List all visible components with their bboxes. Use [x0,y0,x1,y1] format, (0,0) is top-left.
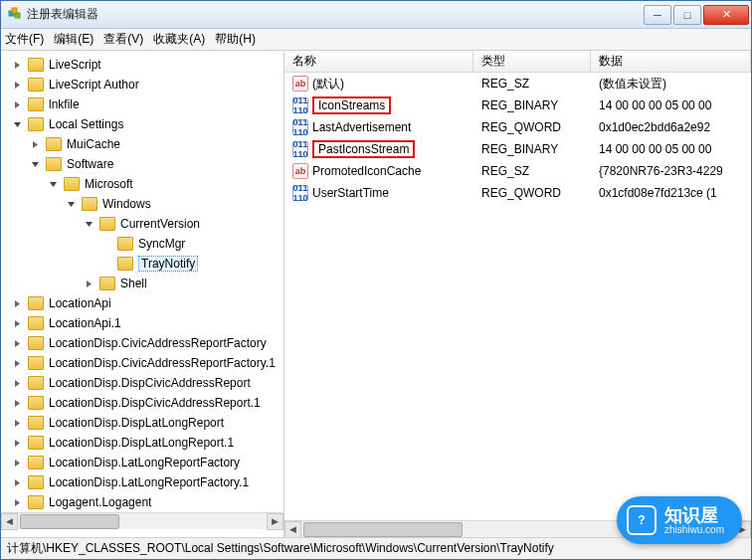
tree-node-label: LocationDisp.DispCivicAddressReport [49,376,251,390]
binary-value-icon: 011110 [292,97,308,113]
list-pane: 名称 类型 数据 ab(默认) REG_SZ (数值未设置) 011110Ico… [284,51,751,537]
tree-node[interactable]: LocationDisp.LatLongReportFactory.1 [7,472,283,492]
folder-icon [28,336,44,350]
watermark-url: zhishiwu.com [664,524,724,535]
menu-edit[interactable]: 编辑(E) [54,31,94,48]
value-row[interactable]: 011110PastIconsStream REG_BINARY 14 00 0… [284,138,751,160]
tree-node[interactable]: LocationDisp.LatLongReportFactory [7,453,283,472]
folder-icon [28,296,44,310]
tree-node[interactable]: LocationDisp.DispLatLongReport.1 [7,433,283,453]
menu-help[interactable]: 帮助(H) [215,31,256,48]
binary-value-icon: 011110 [292,119,308,135]
tree-node[interactable]: LocationDisp.DispCivicAddressReport [7,373,283,393]
value-row[interactable]: 011110IconStreams REG_BINARY 14 00 00 00… [284,94,751,116]
chevron-down-icon[interactable] [29,158,41,170]
tree-node-label: LiveScript Author [49,78,139,92]
tree-node[interactable]: LocationDisp.CivicAddressReportFactory [7,333,283,353]
value-type: REG_BINARY [473,98,591,112]
tree-node[interactable]: TrayNotify [7,254,283,274]
chevron-right-icon[interactable] [11,317,23,329]
tree-node-label: TrayNotify [138,256,198,272]
binary-value-icon: 011110 [292,141,308,157]
tree-node-label: LocationApi.1 [49,316,121,330]
tree-node[interactable]: Shell [7,274,283,293]
tree-node-label: SyncMgr [138,237,185,251]
tree-h-scrollbar[interactable]: ◀ ▶ [1,512,283,529]
scroll-thumb[interactable] [20,514,119,529]
chevron-right-icon[interactable] [83,278,94,289]
chevron-right-icon[interactable] [11,297,23,309]
tree-node[interactable]: LocationDisp.CivicAddressReportFactory.1 [7,353,283,373]
tree-node[interactable]: LocationApi.1 [7,313,283,333]
scroll-thumb[interactable] [303,522,463,537]
list-header: 名称 类型 数据 [284,51,751,73]
watermark-name: 知识屋 [664,506,724,524]
tree-node[interactable]: lnkfile [7,94,283,114]
tree-node[interactable]: LiveScript Author [7,75,283,94]
value-type: REG_QWORD [473,120,591,134]
expand-placeholder [100,238,112,250]
value-row[interactable]: ab(默认) REG_SZ (数值未设置) [284,73,751,94]
tree-node[interactable]: Microsoft [7,174,283,194]
chevron-down-icon[interactable] [47,178,59,190]
chevron-right-icon[interactable] [11,337,23,349]
folder-icon [82,197,97,211]
tree-node[interactable]: LiveScript [7,55,283,75]
tree-node[interactable]: MuiCache [7,134,283,154]
col-header-data[interactable]: 数据 [591,51,751,72]
folder-icon [117,237,133,251]
chevron-right-icon[interactable] [29,138,41,150]
value-list[interactable]: ab(默认) REG_SZ (数值未设置) 011110IconStreams … [284,73,751,520]
minimize-button[interactable]: ─ [644,5,671,25]
app-icon [7,7,23,23]
chevron-right-icon[interactable] [11,357,23,369]
tree-node[interactable]: Windows [7,194,283,214]
tree-node[interactable]: Logagent.Logagent [7,492,283,512]
chevron-right-icon[interactable] [11,496,23,508]
chevron-right-icon[interactable] [11,397,23,409]
tree-node-label: CurrentVersion [120,217,200,231]
tree-pane[interactable]: LiveScript LiveScript Author lnkfile Loc… [1,51,284,537]
chevron-right-icon[interactable] [11,476,23,488]
titlebar[interactable]: 注册表编辑器 ─ □ ✕ [1,1,751,29]
value-row[interactable]: abPromotedIconCache REG_SZ {7820NR76-23R… [284,160,751,182]
chevron-down-icon[interactable] [65,198,77,210]
chevron-down-icon[interactable] [11,118,23,130]
scroll-left-button[interactable]: ◀ [1,513,18,530]
close-button[interactable]: ✕ [703,5,749,25]
chevron-right-icon[interactable] [11,79,23,91]
col-header-type[interactable]: 类型 [473,51,591,72]
tree-node[interactable]: LocationApi [7,293,283,313]
scroll-left-button[interactable]: ◀ [284,521,301,538]
chevron-right-icon[interactable] [11,417,23,429]
chevron-right-icon[interactable] [11,457,23,468]
tree-node[interactable]: LocationDisp.DispCivicAddressReport.1 [7,393,283,413]
folder-icon [28,376,44,390]
chevron-right-icon[interactable] [11,98,23,110]
folder-icon [28,356,44,370]
tree-node[interactable]: Local Settings [7,114,283,134]
tree-node[interactable]: Software [7,154,283,174]
maximize-button[interactable]: □ [673,5,701,25]
chevron-right-icon[interactable] [11,59,23,71]
tree-node-label: Software [67,157,113,171]
menu-favorites[interactable]: 收藏夹(A) [153,31,205,48]
scroll-right-button[interactable]: ▶ [267,513,283,530]
tree-node-label: Microsoft [85,177,133,191]
menu-view[interactable]: 查看(V) [103,31,143,48]
value-row[interactable]: 011110LastAdvertisement REG_QWORD 0x1d0e… [284,116,751,138]
value-type: REG_QWORD [473,186,591,200]
chevron-right-icon[interactable] [11,437,23,449]
value-row[interactable]: 011110UserStartTime REG_QWORD 0x1cfd08e7… [284,182,751,204]
expand-placeholder [100,258,112,270]
tree-node-label: Local Settings [49,117,123,131]
tree-node[interactable]: CurrentVersion [7,214,283,234]
tree-node[interactable]: SyncMgr [7,234,283,254]
tree-node-label: LocationDisp.DispLatLongReport.1 [49,436,234,450]
chevron-right-icon[interactable] [11,377,23,389]
tree-node[interactable]: LocationDisp.DispLatLongReport [7,413,283,433]
menu-file[interactable]: 文件(F) [5,31,44,48]
col-header-name[interactable]: 名称 [284,51,473,72]
value-data: 0x1d0ec2bdd6a2e92 [591,120,751,134]
chevron-down-icon[interactable] [83,218,94,230]
